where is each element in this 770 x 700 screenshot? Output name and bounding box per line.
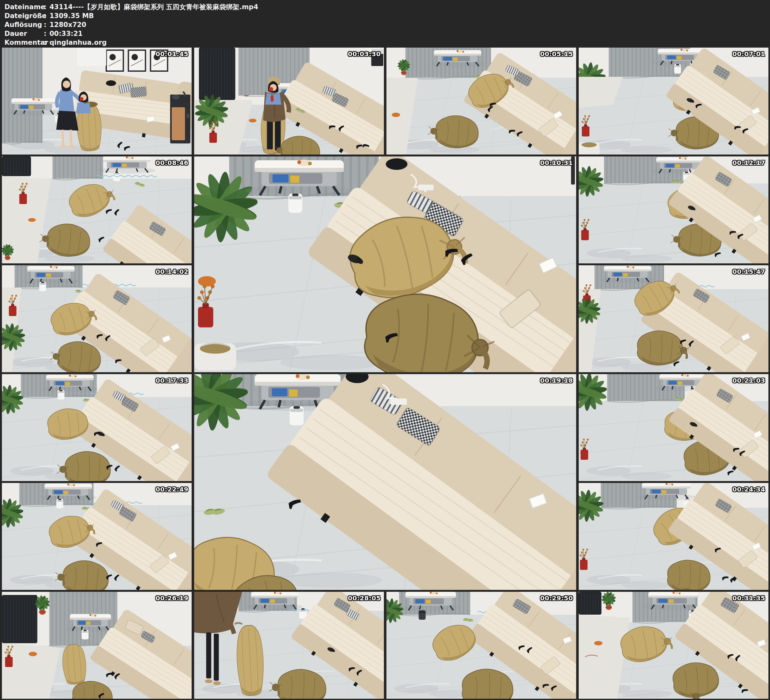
timestamp-overlay: 00:31:35: [733, 594, 765, 602]
video-thumbnail: 00:12:17: [579, 156, 768, 263]
video-thumbnail: 00:05:15: [387, 48, 576, 154]
video-thumbnail: 00:29:50: [387, 592, 576, 699]
scene-illustration: [387, 592, 576, 699]
timestamp-overlay: 00:22:49: [156, 486, 189, 493]
video-thumbnail: 00:31:35: [579, 592, 768, 699]
scene-illustration: [194, 592, 384, 699]
contact-sheet: Dateiname:43114----【岁月如歌】麻袋绑架系列 五四女青年被装麻…: [0, 0, 770, 700]
timestamp-overlay: 00:19:18: [540, 377, 573, 384]
timestamp-overlay: 00:21:03: [733, 377, 765, 384]
scene-illustration: [194, 48, 384, 154]
video-thumbnail: 00:01:45: [2, 48, 192, 154]
timestamp-overlay: 00:17:33: [156, 377, 189, 384]
video-thumbnail: 00:10:31: [194, 156, 576, 372]
timestamp-overlay: 00:15:47: [733, 268, 765, 275]
timestamp-overlay: 00:01:45: [156, 50, 189, 58]
timestamp-overlay: 00:03:30: [348, 50, 381, 58]
scene-illustration: [387, 48, 576, 154]
scene-illustration: [2, 265, 192, 372]
scene-illustration: [2, 156, 192, 263]
scene-illustration: [579, 265, 768, 372]
scene-illustration: [194, 156, 576, 372]
timestamp-overlay: 00:28:05: [348, 594, 381, 602]
video-thumbnail: 00:22:49: [2, 483, 192, 590]
timestamp-overlay: 00:05:15: [540, 50, 573, 58]
scene-illustration: [579, 592, 768, 699]
thumbnail-grid: 00:01:45 00:03:30 00:05:15 00:07:01 00:0…: [0, 0, 770, 700]
timestamp-overlay: 00:24:34: [733, 486, 765, 493]
video-thumbnail: 00:07:01: [579, 48, 768, 154]
video-thumbnail: 00:08:46: [2, 156, 192, 263]
video-thumbnail: 00:19:18: [194, 374, 576, 590]
scene-illustration: [579, 483, 768, 590]
video-thumbnail: 00:24:34: [579, 483, 768, 590]
timestamp-overlay: 00:10:31: [540, 159, 573, 167]
scene-illustration: [2, 374, 192, 481]
video-thumbnail: 00:17:33: [2, 374, 192, 481]
scene-illustration: [194, 374, 576, 590]
video-thumbnail: 00:21:03: [579, 374, 768, 481]
timestamp-overlay: 00:26:19: [156, 594, 189, 602]
scene-illustration: [579, 374, 768, 481]
scene-illustration: [2, 592, 192, 699]
scene-illustration: [579, 156, 768, 263]
scene-illustration: [2, 483, 192, 590]
video-thumbnail: 00:14:02: [2, 265, 192, 372]
video-thumbnail: 00:26:19: [2, 592, 192, 699]
timestamp-overlay: 00:29:50: [540, 594, 573, 602]
timestamp-overlay: 00:07:01: [733, 50, 765, 58]
timestamp-overlay: 00:14:02: [156, 268, 189, 275]
scene-illustration: [579, 48, 768, 154]
timestamp-overlay: 00:08:46: [156, 159, 189, 167]
video-thumbnail: 00:15:47: [579, 265, 768, 372]
video-thumbnail: 00:28:05: [194, 592, 384, 699]
scene-illustration: [2, 48, 192, 154]
video-thumbnail: 00:03:30: [194, 48, 384, 154]
timestamp-overlay: 00:12:17: [733, 159, 765, 167]
